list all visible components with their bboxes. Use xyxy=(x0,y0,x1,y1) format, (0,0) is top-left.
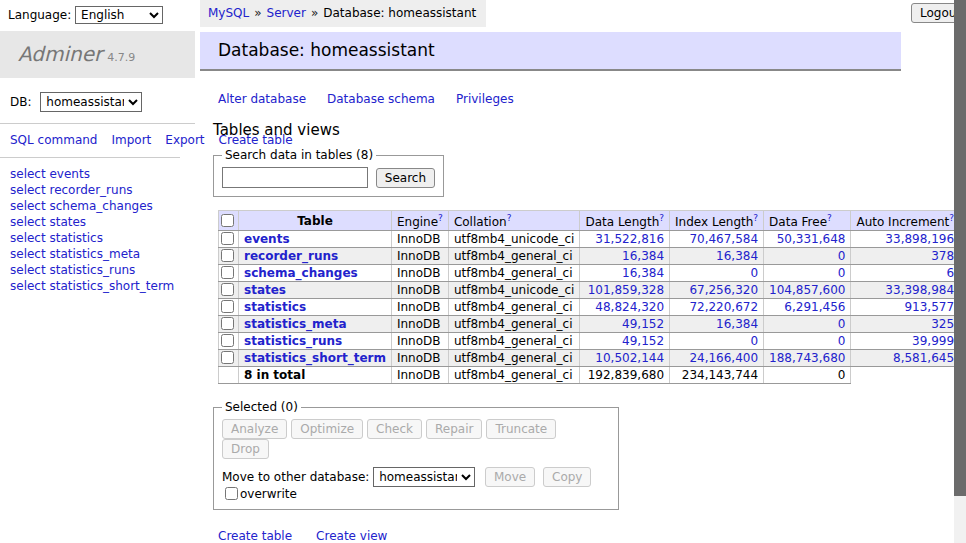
sidebar-table-link[interactable]: select statistics xyxy=(10,231,195,247)
drop-button[interactable]: Drop xyxy=(222,439,269,459)
breadcrumb-link[interactable]: Server xyxy=(267,6,306,20)
index-length-link[interactable]: 0 xyxy=(750,334,758,348)
move-db-select[interactable]: homeassistant xyxy=(373,467,475,487)
data-free-link[interactable]: 0 xyxy=(838,249,846,263)
total-index-length-cell: 234,143,744 xyxy=(670,367,764,384)
column-help-link[interactable]: ? xyxy=(753,213,758,223)
row-checkbox[interactable] xyxy=(221,283,234,296)
table-row: eventsInnoDButf8mb4_unicode_ci31,522,816… xyxy=(219,231,966,248)
index-length-link[interactable]: 67,256,320 xyxy=(689,283,758,297)
vertical-scrollbar[interactable] xyxy=(954,0,966,543)
data-length-link[interactable]: 16,384 xyxy=(622,249,664,263)
row-checkbox[interactable] xyxy=(221,266,234,279)
sidebar-table-link[interactable]: select statistics_meta xyxy=(10,247,195,263)
index-length-link[interactable]: 72,220,672 xyxy=(689,300,758,314)
data-length-link[interactable]: 101,859,328 xyxy=(588,283,664,297)
overwrite-checkbox[interactable] xyxy=(225,487,238,500)
row-checkbox[interactable] xyxy=(221,249,234,262)
sidebar-action-link[interactable]: SQL command xyxy=(10,133,97,147)
data-free-link[interactable]: 188,743,680 xyxy=(769,351,845,365)
row-checkbox[interactable] xyxy=(221,317,234,330)
auto-increment-link[interactable]: 33,398,984 xyxy=(885,283,954,297)
auto-increment-link[interactable]: 378 xyxy=(931,249,954,263)
table-name-link[interactable]: statistics xyxy=(244,300,306,314)
data-length-link[interactable]: 10,502,144 xyxy=(595,351,664,365)
column-help-link[interactable]: ? xyxy=(438,213,443,223)
column-label: Engine xyxy=(397,215,438,229)
select-all-checkbox[interactable] xyxy=(221,214,234,227)
sidebar-table-link[interactable]: select schema_changes xyxy=(10,199,195,215)
row-checkbox[interactable] xyxy=(221,351,234,364)
table-name-link[interactable]: statistics_short_term xyxy=(244,351,386,365)
data-length-cell: 48,824,320 xyxy=(580,299,670,316)
language-select[interactable]: English xyxy=(75,6,163,24)
column-label: Data Length xyxy=(585,215,659,229)
sidebar-table-link[interactable]: select statistics_short_term xyxy=(10,279,195,295)
sidebar-action-link[interactable]: Export xyxy=(165,133,204,147)
table-name-link[interactable]: schema_changes xyxy=(244,266,358,280)
column-help-link[interactable]: ? xyxy=(827,213,832,223)
column-help-link[interactable]: ? xyxy=(507,213,512,223)
table-name-link[interactable]: recorder_runs xyxy=(244,249,338,263)
db-select[interactable]: homeassistant xyxy=(40,92,142,112)
data-length-link[interactable]: 16,384 xyxy=(622,266,664,280)
breadcrumb-link[interactable]: MySQL xyxy=(208,6,249,20)
table-name-link[interactable]: states xyxy=(244,283,286,297)
data-free-link[interactable]: 104,857,600 xyxy=(769,283,845,297)
row-checkbox[interactable] xyxy=(221,334,234,347)
data-free-link[interactable]: 0 xyxy=(838,317,846,331)
table-name-link[interactable]: events xyxy=(244,232,290,246)
index-length-link[interactable]: 16,384 xyxy=(716,249,758,263)
engine-cell: InnoDB xyxy=(391,333,448,350)
search-button[interactable]: Search xyxy=(376,168,435,188)
sidebar-action-link[interactable]: Import xyxy=(111,133,151,147)
optimize-button[interactable]: Optimize xyxy=(291,419,363,439)
data-length-link[interactable]: 49,152 xyxy=(622,317,664,331)
column-help-link[interactable]: ? xyxy=(659,213,664,223)
auto-increment-link[interactable]: 6 xyxy=(946,266,954,280)
move-button[interactable]: Move xyxy=(485,467,535,487)
index-length-link[interactable]: 24,166,400 xyxy=(689,351,758,365)
database-action-link[interactable]: Privileges xyxy=(456,92,514,106)
check-button[interactable]: Check xyxy=(367,419,422,439)
database-action-link[interactable]: Alter database xyxy=(218,92,306,106)
auto-increment-link[interactable]: 39,999 xyxy=(912,334,954,348)
auto-increment-link[interactable]: 8,581,645 xyxy=(893,351,954,365)
data-free-link[interactable]: 0 xyxy=(838,334,846,348)
create-link[interactable]: Create table xyxy=(218,529,292,543)
search-input[interactable] xyxy=(222,167,368,188)
table-name-link[interactable]: statistics_meta xyxy=(244,317,347,331)
index-length-link[interactable]: 70,467,584 xyxy=(689,232,758,246)
sidebar-table-link[interactable]: select statistics_runs xyxy=(10,263,195,279)
auto-increment-link[interactable]: 325 xyxy=(931,317,954,331)
sidebar-table-link[interactable]: select events xyxy=(10,167,195,183)
sidebar-table-link[interactable]: select states xyxy=(10,215,195,231)
analyze-button[interactable]: Analyze xyxy=(222,419,287,439)
column-header-table: Table xyxy=(239,211,392,231)
data-free-link[interactable]: 0 xyxy=(838,266,846,280)
data-free-link[interactable]: 50,331,648 xyxy=(777,232,846,246)
overwrite-control: overwrite xyxy=(225,487,297,501)
row-checkbox[interactable] xyxy=(221,300,234,313)
create-link[interactable]: Create view xyxy=(316,529,387,543)
index-length-link[interactable]: 16,384 xyxy=(716,317,758,331)
table-row: statistics_runsInnoDButf8mb4_general_ci4… xyxy=(219,333,966,350)
data-length-link[interactable]: 49,152 xyxy=(622,334,664,348)
data-length-link[interactable]: 48,824,320 xyxy=(595,300,664,314)
row-checkbox[interactable] xyxy=(221,232,234,245)
sidebar-table-link[interactable]: select recorder_runs xyxy=(10,183,195,199)
truncate-button[interactable]: Truncate xyxy=(486,419,556,439)
index-length-link[interactable]: 0 xyxy=(750,266,758,280)
auto-increment-link[interactable]: 33,898,196 xyxy=(885,232,954,246)
data-free-cell: 50,331,648 xyxy=(764,231,851,248)
copy-button[interactable]: Copy xyxy=(543,467,591,487)
database-action-link[interactable]: Database schema xyxy=(327,92,435,106)
collation-cell: utf8mb4_unicode_ci xyxy=(448,231,580,248)
table-name-link[interactable]: statistics_runs xyxy=(244,334,342,348)
data-length-link[interactable]: 31,522,816 xyxy=(595,232,664,246)
column-header-index-length: Index Length? xyxy=(670,211,764,231)
scrollbar-thumb[interactable] xyxy=(954,0,966,496)
repair-button[interactable]: Repair xyxy=(426,419,482,439)
data-free-link[interactable]: 6,291,456 xyxy=(784,300,845,314)
auto-increment-link[interactable]: 913,577 xyxy=(904,300,954,314)
